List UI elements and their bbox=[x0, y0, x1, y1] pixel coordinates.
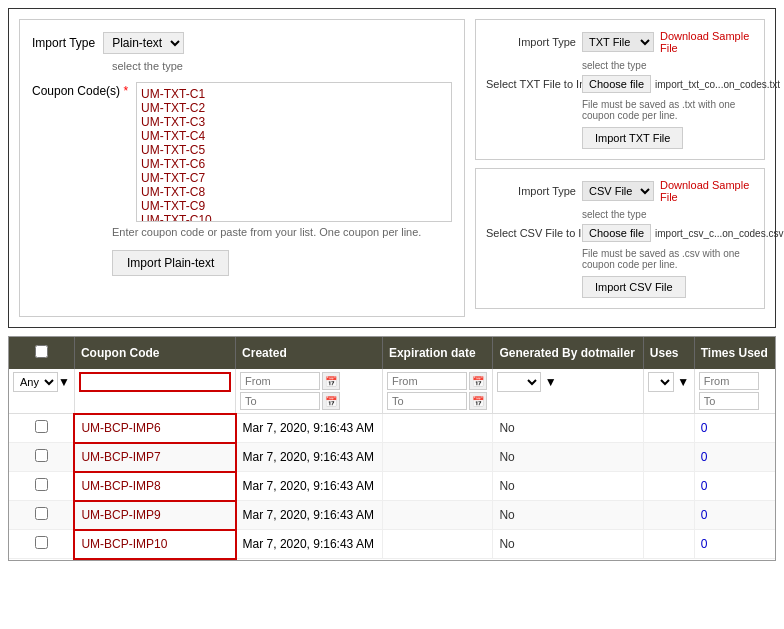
row-generated-by-cell: No bbox=[493, 414, 643, 443]
row-times-used-value: 0 bbox=[701, 537, 708, 551]
row-times-used-value: 0 bbox=[701, 421, 708, 435]
right-panel: Import Type TXT File CSV File Plain-text… bbox=[475, 19, 765, 317]
filter-times-used-from-input[interactable] bbox=[699, 372, 759, 390]
filter-coupon-code-input[interactable] bbox=[79, 372, 231, 392]
col-header-expiration: Expiration date bbox=[382, 337, 492, 369]
filter-times-used-to-input[interactable] bbox=[699, 392, 759, 410]
filter-expiration-from-calendar-icon[interactable]: 📅 bbox=[469, 372, 487, 390]
row-checkbox[interactable] bbox=[35, 536, 48, 549]
row-uses-cell bbox=[643, 501, 694, 530]
csv-download-sample-link[interactable]: Download Sample File bbox=[660, 179, 754, 203]
row-generated-by-cell: No bbox=[493, 443, 643, 472]
col-header-generated-by: Generated By dotmailer bbox=[493, 337, 643, 369]
csv-choose-file-button[interactable]: Choose file bbox=[582, 224, 651, 242]
filter-generated-by-cell: Yes No ▼ bbox=[493, 369, 643, 414]
coupon-table-section: Coupon Code Created Expiration date Gene… bbox=[8, 336, 776, 561]
table-row: UM-BCP-IMP8 Mar 7, 2020, 9:16:43 AM No 0 bbox=[9, 472, 775, 501]
row-uses-cell bbox=[643, 414, 694, 443]
csv-select-file-row: Select CSV File to Import * Choose file … bbox=[486, 224, 754, 242]
row-coupon-code-cell: UM-BCP-IMP7 bbox=[74, 443, 235, 472]
textarea-hint: Enter coupon code or paste from your lis… bbox=[112, 226, 452, 238]
table-row: UM-BCP-IMP10 Mar 7, 2020, 9:16:43 AM No … bbox=[9, 530, 775, 559]
row-uses-cell bbox=[643, 472, 694, 501]
row-checkbox-cell bbox=[9, 501, 74, 530]
coupon-codes-textarea[interactable]: UM-TXT-C1 UM-TXT-C2 UM-TXT-C3 UM-TXT-C4 … bbox=[136, 82, 452, 222]
coupon-code-link[interactable]: UM-BCP-IMP10 bbox=[81, 537, 167, 551]
table-row: UM-BCP-IMP7 Mar 7, 2020, 9:16:43 AM No 0 bbox=[9, 443, 775, 472]
filter-created-wrapper: 📅 📅 bbox=[240, 372, 378, 410]
import-type-label: Import Type bbox=[32, 36, 95, 50]
filter-expiration-from-input[interactable] bbox=[387, 372, 467, 390]
csv-file-hint: File must be saved as .csv with one coup… bbox=[582, 248, 754, 270]
row-times-used-cell: 0 bbox=[694, 414, 775, 443]
filter-expiration-wrapper: 📅 📅 bbox=[387, 372, 488, 410]
import-plaintext-button[interactable]: Import Plain-text bbox=[112, 250, 229, 276]
row-created-cell: Mar 7, 2020, 9:16:43 AM bbox=[236, 472, 383, 501]
txt-select-file-label: Select TXT File to Import * bbox=[486, 78, 576, 90]
csv-import-type-select[interactable]: CSV File TXT File Plain-text bbox=[582, 181, 654, 201]
row-checkbox-cell bbox=[9, 414, 74, 443]
row-created-value: Mar 7, 2020, 9:16:43 AM bbox=[243, 508, 374, 522]
import-type-row: Import Type Plain-text CSV File TXT File bbox=[32, 32, 452, 54]
row-created-cell: Mar 7, 2020, 9:16:43 AM bbox=[236, 414, 383, 443]
filter-generated-by-arrow: ▼ bbox=[545, 375, 557, 389]
csv-select-hint: select the type bbox=[582, 209, 754, 220]
filter-created-to-calendar-icon[interactable]: 📅 bbox=[322, 392, 340, 410]
col-header-uses: Uses bbox=[643, 337, 694, 369]
row-checkbox[interactable] bbox=[35, 420, 48, 433]
filter-dropdown-arrow: ▼ bbox=[58, 375, 70, 389]
filter-expiration-to-calendar-icon[interactable]: 📅 bbox=[469, 392, 487, 410]
coupon-code-link[interactable]: UM-BCP-IMP7 bbox=[81, 450, 160, 464]
select-all-checkbox[interactable] bbox=[35, 345, 48, 358]
filter-created-from-row: 📅 bbox=[240, 372, 378, 390]
filter-expiration-to-input[interactable] bbox=[387, 392, 467, 410]
row-expiration-cell bbox=[382, 414, 492, 443]
filter-expiration-from-row: 📅 bbox=[387, 372, 488, 390]
row-generated-by-value: No bbox=[499, 537, 514, 551]
row-checkbox[interactable] bbox=[35, 449, 48, 462]
row-times-used-cell: 0 bbox=[694, 443, 775, 472]
txt-file-hint: File must be saved as .txt with one coup… bbox=[582, 99, 754, 121]
csv-import-type-row: Import Type CSV File TXT File Plain-text… bbox=[486, 179, 754, 203]
coupon-codes-row: Coupon Code(s) * UM-TXT-C1 UM-TXT-C2 UM-… bbox=[32, 82, 452, 222]
row-generated-by-value: No bbox=[499, 450, 514, 464]
coupon-code-link[interactable]: UM-BCP-IMP9 bbox=[81, 508, 160, 522]
filter-coupon-code-cell bbox=[74, 369, 235, 414]
row-times-used-cell: 0 bbox=[694, 501, 775, 530]
txt-choose-file-wrapper: Choose file import_txt_co...on_codes.txt bbox=[582, 75, 780, 93]
row-uses-cell bbox=[643, 530, 694, 559]
row-created-value: Mar 7, 2020, 9:16:43 AM bbox=[243, 450, 374, 464]
table-row: UM-BCP-IMP9 Mar 7, 2020, 9:16:43 AM No 0 bbox=[9, 501, 775, 530]
filter-created-from-input[interactable] bbox=[240, 372, 320, 390]
any-select[interactable]: Any Yes No bbox=[13, 372, 58, 392]
filter-created-from-calendar-icon[interactable]: 📅 bbox=[322, 372, 340, 390]
txt-import-type-select[interactable]: TXT File CSV File Plain-text bbox=[582, 32, 654, 52]
required-star: * bbox=[123, 84, 128, 98]
import-type-select[interactable]: Plain-text CSV File TXT File bbox=[104, 33, 183, 53]
txt-select-hint: select the type bbox=[582, 60, 754, 71]
row-checkbox-cell bbox=[9, 472, 74, 501]
txt-import-type-row: Import Type TXT File CSV File Plain-text… bbox=[486, 30, 754, 54]
txt-download-sample-link[interactable]: Download Sample File bbox=[660, 30, 754, 54]
import-csv-button[interactable]: Import CSV File bbox=[582, 276, 686, 298]
filter-row: Any Yes No ▼ 📅 bbox=[9, 369, 775, 414]
row-coupon-code-cell: UM-BCP-IMP9 bbox=[74, 501, 235, 530]
filter-uses-select[interactable] bbox=[648, 372, 674, 392]
row-created-cell: Mar 7, 2020, 9:16:43 AM bbox=[236, 443, 383, 472]
row-expiration-cell bbox=[382, 472, 492, 501]
coupon-code-link[interactable]: UM-BCP-IMP6 bbox=[81, 421, 160, 435]
row-checkbox[interactable] bbox=[35, 478, 48, 491]
row-uses-cell bbox=[643, 443, 694, 472]
filter-generated-by-select[interactable]: Yes No bbox=[497, 372, 541, 392]
txt-file-name: import_txt_co...on_codes.txt bbox=[655, 79, 780, 90]
coupon-code-link[interactable]: UM-BCP-IMP8 bbox=[81, 479, 160, 493]
row-created-value: Mar 7, 2020, 9:16:43 AM bbox=[243, 479, 374, 493]
filter-created-to-input[interactable] bbox=[240, 392, 320, 410]
row-checkbox[interactable] bbox=[35, 507, 48, 520]
row-generated-by-value: No bbox=[499, 421, 514, 435]
txt-select-file-row: Select TXT File to Import * Choose file … bbox=[486, 75, 754, 93]
txt-choose-file-button[interactable]: Choose file bbox=[582, 75, 651, 93]
row-coupon-code-cell: UM-BCP-IMP6 bbox=[74, 414, 235, 443]
row-coupon-code-cell: UM-BCP-IMP10 bbox=[74, 530, 235, 559]
import-txt-button[interactable]: Import TXT File bbox=[582, 127, 683, 149]
